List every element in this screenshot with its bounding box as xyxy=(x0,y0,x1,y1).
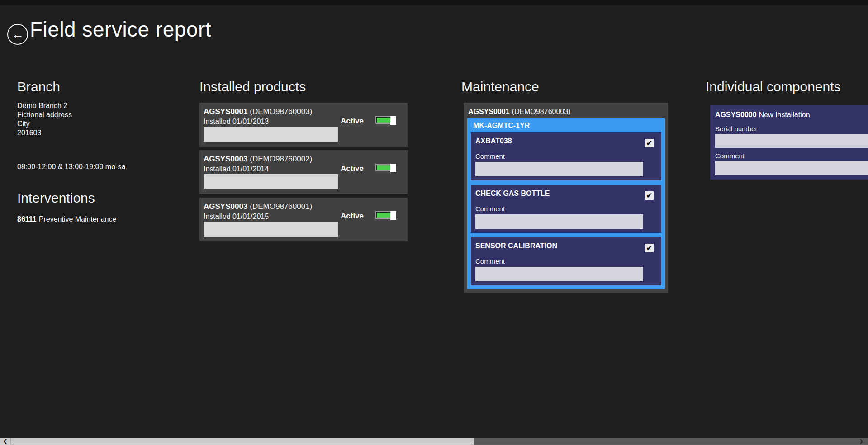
installed-products-heading: Installed products xyxy=(199,79,306,95)
branch-heading: Branch xyxy=(17,79,60,95)
task-comment-label: Comment xyxy=(475,257,505,265)
branch-name: Demo Branch 2 xyxy=(17,101,72,110)
product-installed-date: Installed 01/01/2014 xyxy=(204,165,403,173)
product-comment-input[interactable] xyxy=(204,174,338,189)
component-code: AGSYS0000 xyxy=(715,111,757,118)
back-arrow-icon: ← xyxy=(12,28,24,41)
product-active-toggle[interactable] xyxy=(376,165,395,170)
product-status-label: Active xyxy=(341,117,364,126)
scroll-left-icon: ❮ xyxy=(3,439,7,444)
product-title: AGSYS0001(DEMO98760003) xyxy=(204,107,403,116)
maintenance-group-serial: (DEMO98760003) xyxy=(512,108,571,115)
branch-city: City xyxy=(17,119,72,128)
maintenance-contract-card: MK-AGMTC-1YR AXBAT038 ✔ Comment CHECK GA… xyxy=(467,118,665,289)
product-status-label: Active xyxy=(341,164,364,173)
toggle-handle xyxy=(390,211,396,220)
check-icon: ✔ xyxy=(646,140,652,147)
branch-address: Demo Branch 2 Fictional address City 201… xyxy=(17,101,72,137)
individual-components-heading: Individual components xyxy=(706,79,841,95)
horizontal-scrollbar[interactable]: ❮ ❯ xyxy=(0,438,868,445)
installed-products-list: AGSYS0001(DEMO98760003) Installed 01/01/… xyxy=(199,103,408,245)
branch-street: Fictional address xyxy=(17,110,72,119)
task-checkbox[interactable]: ✔ xyxy=(645,244,654,252)
page-title: Field service report xyxy=(30,17,211,42)
product-serial: (DEMO98760001) xyxy=(250,202,312,211)
maintenance-contract-name: MK-AGMTC-1YR xyxy=(467,118,665,132)
product-comment-input[interactable] xyxy=(204,222,338,237)
check-icon: ✔ xyxy=(646,192,652,199)
product-card: AGSYS0001(DEMO98760003) Installed 01/01/… xyxy=(199,103,408,147)
task-comment-input[interactable] xyxy=(475,162,643,176)
maintenance-group-title: AGSYS0001(DEMO98760003) xyxy=(464,103,668,116)
serial-number-label: Serial number xyxy=(715,125,757,133)
maintenance-group-card: AGSYS0001(DEMO98760003) MK-AGMTC-1YR AXB… xyxy=(464,103,668,293)
scrollbar-left-button[interactable]: ❮ xyxy=(0,438,11,445)
maintenance-group-code: AGSYS0001 xyxy=(468,108,510,115)
task-comment-input[interactable] xyxy=(475,214,643,229)
component-comment-input[interactable] xyxy=(715,161,868,175)
task-checkbox[interactable]: ✔ xyxy=(645,139,654,147)
product-title: AGSYS0003(DEMO98760001) xyxy=(204,202,403,211)
scrollbar-thumb[interactable] xyxy=(11,438,474,445)
branch-postcode: 201603 xyxy=(17,128,72,137)
toggle-handle xyxy=(390,116,396,125)
maintenance-task-card: SENSOR CALIBRATION ✔ Comment xyxy=(471,237,661,285)
component-title: AGSYS0000New Installation xyxy=(715,111,810,119)
maintenance-heading: Maintenance xyxy=(461,79,539,95)
product-serial: (DEMO98760002) xyxy=(250,155,312,163)
intervention-item: 86111Preventive Maintenance xyxy=(17,215,116,223)
back-button[interactable]: ← xyxy=(7,24,28,45)
intervention-number: 86111 xyxy=(17,215,37,223)
maintenance-task-card: AXBAT038 ✔ Comment xyxy=(471,132,661,180)
product-installed-date: Installed 01/01/2013 xyxy=(204,117,403,126)
task-comment-input[interactable] xyxy=(475,267,643,281)
task-comment-label: Comment xyxy=(475,205,505,213)
maintenance-task-card: CHECK GAS BOTTLE ✔ Comment xyxy=(471,185,661,233)
task-name: SENSOR CALIBRATION xyxy=(475,242,557,250)
product-serial: (DEMO98760003) xyxy=(250,107,312,116)
product-card: AGSYS0003(DEMO98760001) Installed 01/01/… xyxy=(199,198,408,241)
toggle-handle xyxy=(390,164,396,172)
product-installed-date: Installed 01/01/2015 xyxy=(204,212,403,221)
product-card: AGSYS0003(DEMO98760002) Installed 01/01/… xyxy=(199,150,408,194)
product-status-label: Active xyxy=(341,212,364,221)
product-title: AGSYS0003(DEMO98760002) xyxy=(204,155,403,164)
individual-component-card: AGSYS0000New Installation Serial number … xyxy=(710,105,868,180)
scrollbar-right-button[interactable]: ❯ xyxy=(856,438,866,445)
product-active-toggle[interactable] xyxy=(376,117,395,123)
task-name: CHECK GAS BOTTLE xyxy=(475,189,550,198)
branch-opening-hours: 08:00-12:00 & 13:00-19:00 mo-sa xyxy=(17,163,125,171)
serial-number-input[interactable] xyxy=(715,134,868,148)
product-code: AGSYS0003 xyxy=(204,202,247,211)
product-code: AGSYS0001 xyxy=(204,107,247,116)
task-comment-label: Comment xyxy=(475,152,505,160)
titlebar-strip xyxy=(0,0,868,5)
component-label: New Installation xyxy=(759,111,810,118)
check-icon: ✔ xyxy=(646,245,652,252)
product-code: AGSYS0003 xyxy=(204,155,247,163)
scroll-right-icon: ❯ xyxy=(859,439,863,444)
product-comment-input[interactable] xyxy=(204,127,338,142)
product-active-toggle[interactable] xyxy=(376,212,395,218)
task-name: AXBAT038 xyxy=(475,137,512,145)
component-comment-label: Comment xyxy=(715,152,745,160)
task-checkbox[interactable]: ✔ xyxy=(645,191,654,200)
interventions-heading: Interventions xyxy=(17,190,95,206)
intervention-type: Preventive Maintenance xyxy=(39,215,117,223)
